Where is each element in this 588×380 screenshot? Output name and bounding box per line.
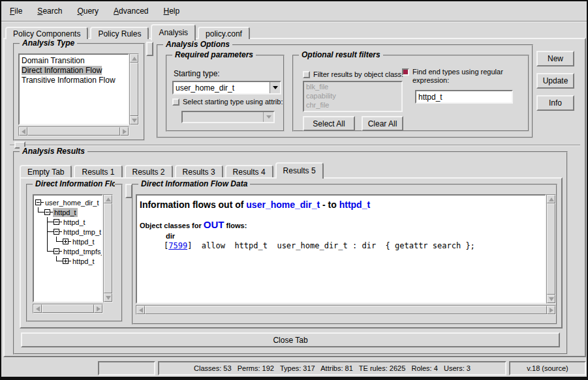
scroll-down-arrow[interactable] bbox=[104, 293, 112, 302]
tree-horizontal-scrollbar[interactable] bbox=[33, 304, 103, 314]
tree-guide bbox=[35, 256, 44, 266]
results-tab-results-4[interactable]: Results 4 bbox=[225, 165, 273, 177]
rule-number-link[interactable]: 7599 bbox=[168, 241, 187, 250]
results-tab-results-3[interactable]: Results 3 bbox=[175, 165, 223, 177]
close-tab-button[interactable]: Close Tab bbox=[21, 332, 560, 347]
chevron-down-icon[interactable] bbox=[270, 82, 280, 93]
regex-checkbox[interactable] bbox=[402, 68, 409, 76]
scroll-thumb[interactable] bbox=[104, 203, 112, 293]
scroll-left-arrow[interactable] bbox=[33, 304, 42, 313]
tree-node[interactable]: httpd_t bbox=[35, 207, 102, 217]
scroll-right-arrow[interactable] bbox=[94, 304, 102, 313]
tree-vertical-scrollbar[interactable] bbox=[103, 194, 113, 302]
filter-class-checkbox-label: Filter results by object class: bbox=[313, 70, 403, 79]
results-tab-results-1[interactable]: Results 1 bbox=[74, 165, 122, 177]
list-item[interactable]: Transitive Information Flow bbox=[20, 76, 128, 85]
scroll-up-arrow[interactable] bbox=[547, 195, 555, 203]
pane-sash-handle[interactable] bbox=[146, 42, 153, 56]
flow-tree[interactable]: user_home_dir_thttpd_thttpd_thttpd_tmp_t… bbox=[33, 194, 103, 302]
scroll-thumb[interactable] bbox=[145, 306, 547, 314]
policy-version-box: v.18 (source) bbox=[509, 361, 586, 375]
collapse-icon[interactable] bbox=[54, 248, 59, 254]
results-tab-results-5[interactable]: Results 5 bbox=[275, 162, 324, 179]
analysis-type-horizontal-scrollbar[interactable] bbox=[18, 126, 129, 136]
object-class-listbox[interactable]: blk_filecapabilitychr_file bbox=[303, 81, 403, 112]
scroll-thumb[interactable] bbox=[547, 203, 555, 295]
data-vertical-scrollbar[interactable] bbox=[546, 194, 556, 304]
arrow-icon bbox=[549, 308, 553, 313]
list-item[interactable]: Direct Information Flow bbox=[20, 66, 128, 76]
tree-node[interactable]: httpd_tmpfs_t bbox=[35, 246, 102, 256]
scroll-right-arrow[interactable] bbox=[120, 127, 129, 136]
clear-all-button[interactable]: Clear All bbox=[362, 116, 403, 131]
attrib-combobox[interactable] bbox=[181, 111, 275, 123]
update-button[interactable]: Update bbox=[536, 73, 574, 89]
list-item-label: capability bbox=[306, 92, 336, 100]
starting-type-value: user_home_dir_t bbox=[174, 83, 270, 93]
menu-advanced[interactable]: Advanced bbox=[112, 5, 150, 17]
tree-node[interactable]: user_home_dir_t bbox=[35, 197, 102, 207]
tree-node[interactable]: httpd_t bbox=[35, 217, 102, 227]
filter-class-checkbox[interactable] bbox=[303, 71, 310, 78]
menu-search[interactable]: Search bbox=[35, 5, 64, 17]
attrib-checkbox-label: Select starting type using attrib: bbox=[183, 98, 283, 106]
attrib-checkbox[interactable] bbox=[172, 98, 179, 106]
list-item-label: Direct Information Flow bbox=[22, 66, 102, 75]
text-part: flows: bbox=[224, 222, 247, 229]
expand-icon[interactable] bbox=[63, 239, 69, 244]
tab-policy-rules[interactable]: Policy Rules bbox=[90, 27, 149, 39]
tab-label: Results 2 bbox=[132, 168, 165, 177]
regex-input[interactable] bbox=[415, 90, 513, 104]
collapse-icon[interactable] bbox=[44, 209, 50, 215]
analysis-type-vertical-scrollbar[interactable] bbox=[129, 53, 139, 125]
scroll-thumb[interactable] bbox=[27, 127, 120, 136]
scroll-up-arrow[interactable] bbox=[130, 54, 138, 63]
menu-help[interactable]: Help bbox=[161, 5, 181, 17]
tree-node[interactable]: httpd_t bbox=[35, 256, 102, 266]
scroll-left-arrow[interactable] bbox=[19, 127, 27, 136]
tab-analysis[interactable]: Analysis bbox=[151, 24, 196, 40]
tab-label: Results 4 bbox=[233, 168, 266, 177]
scroll-left-arrow[interactable] bbox=[136, 306, 145, 314]
analysis-options-title: Analysis Options bbox=[163, 40, 232, 49]
tab-policy-conf[interactable]: policy.conf bbox=[198, 27, 250, 39]
filter-class-checkbox-row: Filter results by object class: bbox=[303, 70, 403, 79]
scroll-up-arrow[interactable] bbox=[104, 195, 112, 203]
flow-tree-title: Direct Information Flow Tree bbox=[33, 179, 115, 188]
tree-guide bbox=[44, 256, 54, 266]
scroll-thumb[interactable] bbox=[130, 63, 138, 116]
arrow-icon bbox=[139, 308, 143, 313]
tree-node-label: httpd_tmpfs_t bbox=[62, 247, 103, 256]
list-item: capability bbox=[304, 91, 401, 100]
tree-guide bbox=[35, 207, 44, 217]
menu-query[interactable]: Query bbox=[75, 5, 101, 17]
analysis-type-listbox[interactable]: Domain TransitionDirect Information Flow… bbox=[18, 53, 129, 125]
collapse-icon[interactable] bbox=[54, 229, 59, 235]
tree-node[interactable]: httpd_tmp_t bbox=[35, 227, 102, 237]
text-part: httpd_t bbox=[339, 199, 370, 210]
select-all-button[interactable]: Select All bbox=[303, 116, 355, 131]
expand-icon[interactable] bbox=[63, 258, 69, 264]
data-horizontal-scrollbar[interactable] bbox=[136, 305, 556, 315]
results-tab-empty-tab[interactable]: Empty Tab bbox=[20, 165, 72, 177]
scroll-down-arrow[interactable] bbox=[547, 295, 555, 303]
menu-file[interactable]: File bbox=[8, 5, 24, 17]
results-tab-results-2[interactable]: Results 2 bbox=[125, 165, 173, 177]
tab-policy-components[interactable]: Policy Components bbox=[5, 27, 88, 39]
collapse-icon[interactable] bbox=[54, 219, 59, 225]
flow-data-textarea[interactable]: Information flows out of user_home_dir_t… bbox=[136, 194, 546, 304]
results-tab-page: Direct Information Flow Tree user_home_d… bbox=[20, 177, 563, 329]
regex-checkbox-label: Find end types using regular expression: bbox=[412, 68, 514, 85]
tree-node[interactable]: httpd_t bbox=[35, 237, 102, 246]
status-message-box bbox=[98, 361, 155, 375]
tree-guide bbox=[44, 237, 54, 246]
scroll-thumb[interactable] bbox=[42, 304, 94, 313]
scroll-down-arrow[interactable] bbox=[130, 116, 138, 124]
collapse-icon[interactable] bbox=[35, 199, 41, 205]
list-item[interactable]: Domain Transition bbox=[20, 56, 128, 66]
scroll-right-arrow[interactable] bbox=[547, 306, 555, 314]
new-button[interactable]: New bbox=[536, 51, 574, 66]
info-button[interactable]: Info bbox=[536, 95, 574, 111]
starting-type-combobox[interactable]: user_home_dir_t bbox=[172, 81, 281, 95]
arrow-icon bbox=[106, 296, 111, 300]
